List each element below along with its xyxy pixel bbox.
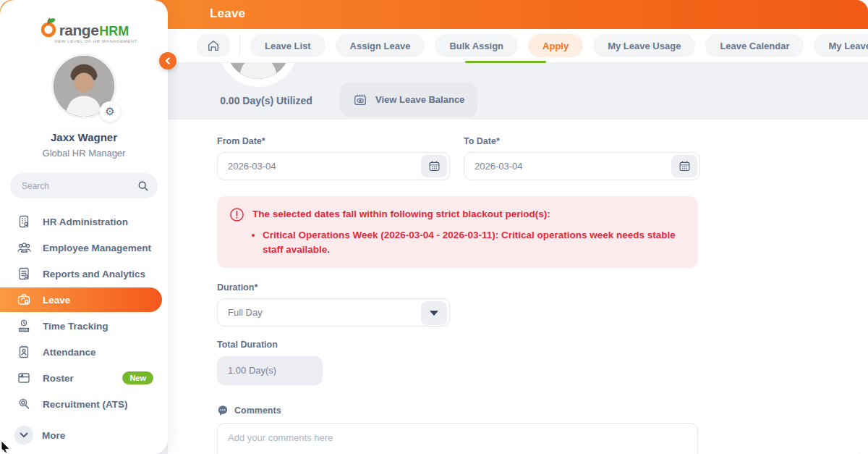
to-date-label: To Date* <box>464 136 700 146</box>
calendar-icon <box>678 160 691 172</box>
error-item: Critical Operations Week (2026-03-04 - 2… <box>263 228 678 258</box>
view-leave-balance-label: View Leave Balance <box>375 94 464 105</box>
logo-text-range: range <box>59 22 99 38</box>
sidebar-item-label: Time Tracking <box>43 321 109 332</box>
orange-fruit-icon <box>39 16 59 38</box>
to-date-input[interactable] <box>464 161 699 172</box>
orangehrm-logo: range HRM <box>0 0 168 38</box>
duration-select[interactable] <box>218 307 449 318</box>
comments-textarea[interactable] <box>218 424 697 454</box>
days-utilized-text: 0.00 Day(s) Utilized <box>190 95 343 106</box>
error-list: Critical Operations Week (2026-03-04 - 2… <box>229 228 685 258</box>
gear-icon: ⚙ <box>105 105 114 118</box>
search-icon[interactable] <box>137 180 149 192</box>
org-icon <box>16 214 32 229</box>
sidebar-item-roster[interactable]: Roster New <box>0 365 168 391</box>
roster-icon <box>16 371 32 385</box>
tab-bulk-assign[interactable]: Bulk Assign <box>435 34 518 57</box>
leave-icon <box>16 293 32 307</box>
logo-tagline: NEW LEVEL OF HR MANAGEMENT <box>0 39 168 43</box>
profile-settings-button[interactable]: ⚙ <box>100 101 120 122</box>
tab-leave-calendar[interactable]: Leave Calendar <box>705 34 804 57</box>
sidebar-item-leave[interactable]: Leave <box>0 287 162 312</box>
apply-leave-form: From Date* To Date* <box>168 119 868 454</box>
duration-selectbox <box>217 298 450 327</box>
user-avatar[interactable]: ⚙ <box>51 54 116 119</box>
view-leave-balance-button[interactable]: View Leave Balance <box>340 82 477 117</box>
page-title: Leave <box>210 7 245 21</box>
to-date-calendar-button[interactable] <box>671 155 697 177</box>
from-date-inputbox <box>217 152 450 180</box>
report-icon <box>16 266 32 281</box>
leave-balance-avatar-ring <box>218 63 298 87</box>
sidebar-item-more[interactable]: More <box>0 422 168 448</box>
sidebar-item-recruitment[interactable]: Recruitment (ATS) <box>0 391 168 417</box>
mouse-cursor <box>0 441 12 454</box>
sidebar-item-label: More <box>42 430 65 441</box>
calendar-icon <box>428 160 441 172</box>
sidebar-item-reports-analytics[interactable]: Reports and Analytics <box>0 261 168 287</box>
new-badge: New <box>122 371 153 384</box>
tab-apply[interactable]: Apply <box>528 34 583 57</box>
sidebar-collapse-button[interactable] <box>159 52 176 70</box>
from-date-label: From Date* <box>217 136 450 146</box>
dropdown-arrow-icon <box>430 311 438 316</box>
chevron-left-icon <box>164 57 171 64</box>
sidebar-item-attendance[interactable]: Attendance <box>0 339 168 365</box>
sidebar-item-label: Leave <box>43 295 70 306</box>
calendar-eye-icon <box>353 93 367 107</box>
error-title: The selected dates fall within following… <box>252 207 550 219</box>
logo-text-hrm: HRM <box>99 25 129 38</box>
recruitment-icon <box>16 397 32 411</box>
sidebar-menu: HR Administration Employee Management Re… <box>0 209 168 448</box>
home-icon <box>207 39 220 52</box>
sidebar-item-label: Recruitment (ATS) <box>43 399 128 410</box>
sidebar-item-label: Employee Management <box>43 243 151 253</box>
from-date-input[interactable] <box>218 161 449 172</box>
sidebar-item-time-tracking[interactable]: Time Tracking <box>0 313 168 339</box>
comments-label: Comments <box>234 405 281 416</box>
comment-icon <box>217 405 229 416</box>
sidebar-search <box>10 173 158 198</box>
sidebar-item-label: Reports and Analytics <box>43 269 145 279</box>
user-role: Global HR Manager <box>0 148 168 159</box>
user-name: Jaxx Wagner <box>0 131 168 143</box>
duration-dropdown-button[interactable] <box>421 301 447 325</box>
search-input[interactable] <box>22 181 137 191</box>
employee-photo <box>226 63 290 79</box>
from-date-calendar-button[interactable] <box>421 155 447 177</box>
active-tab-indicator <box>465 61 546 63</box>
home-button[interactable] <box>197 34 230 57</box>
to-date-inputbox <box>464 152 700 180</box>
attendance-icon <box>16 345 32 359</box>
app-window: Leave Leave List Assign Leave Bulk Assig… <box>0 0 868 454</box>
tab-assign-leave[interactable]: Assign Leave <box>336 34 425 57</box>
tab-my-leave-usage[interactable]: My Leave Usage <box>593 34 695 57</box>
comments-box <box>217 423 698 454</box>
sidebar-item-label: HR Administration <box>43 217 128 227</box>
time-icon <box>16 319 32 333</box>
duration-label: Duration* <box>217 282 868 293</box>
main-content: 0.00 Day(s) Utilized View Leave Balance … <box>168 63 868 454</box>
tab-my-leave[interactable]: My Leave <box>814 34 868 57</box>
chevron-down-icon <box>14 426 33 445</box>
sidebar: range HRM NEW LEVEL OF HR MANAGEMENT ⚙ J… <box>0 0 168 454</box>
blackout-error-message: The selected dates fall within following… <box>217 196 698 268</box>
sidebar-item-label: Attendance <box>43 347 96 358</box>
total-duration-value: 1.00 Day(s) <box>217 356 323 385</box>
total-duration-label: Total Duration <box>217 340 868 350</box>
sidebar-item-label: Roster <box>43 373 74 384</box>
alert-icon <box>229 207 244 222</box>
sidebar-item-hr-administration[interactable]: HR Administration <box>0 209 168 235</box>
leave-nav-bar: Leave List Assign Leave Bulk Assign Appl… <box>168 29 868 63</box>
tab-leave-list[interactable]: Leave List <box>250 34 326 57</box>
nav-divider <box>239 35 240 56</box>
sidebar-item-employee-management[interactable]: Employee Management <box>0 235 168 261</box>
people-icon <box>16 240 32 255</box>
